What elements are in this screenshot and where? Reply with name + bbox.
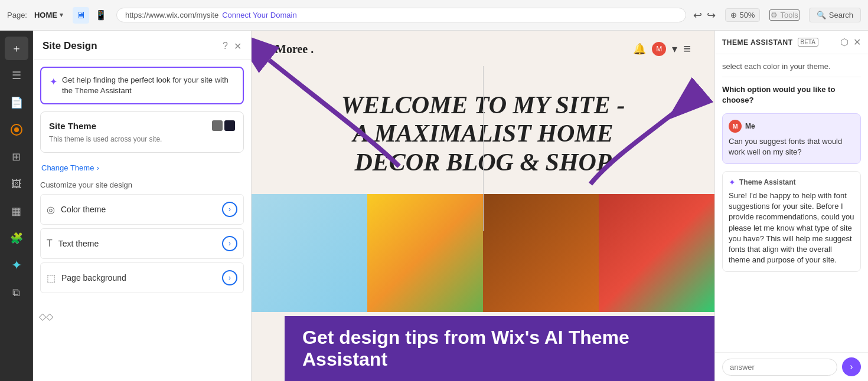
site-image-1 (252, 194, 367, 312)
url-bar: https://www.wix.com/mysite Connect Your … (116, 8, 686, 22)
search-label: Search (829, 11, 853, 19)
site-navbar: Moree . 🔔 M ▾ ≡ (252, 31, 714, 67)
ta-user-avatar: M (729, 120, 742, 133)
text-theme-item[interactable]: T Text theme › (40, 228, 244, 259)
undo-redo-group: ↩ ↪ (693, 9, 716, 22)
sidebar-item-pages[interactable]: ☰ (5, 64, 28, 87)
site-theme-header: Site Theme (49, 120, 235, 131)
canvas-area[interactable]: Moree . 🔔 M ▾ ≡ WELCOME TO MY SITE - A M… (252, 31, 714, 381)
ta-header-icons: ⬡ ✕ (840, 37, 861, 48)
text-theme-icon: T (47, 238, 53, 249)
ta-title: THEME ASSISTANT (722, 38, 793, 47)
canvas-divider (483, 66, 484, 231)
sidebar-item-image[interactable]: 🖼 (5, 172, 28, 196)
site-design-panel: Site Design ? ✕ ✦ Get help finding the p… (33, 31, 252, 381)
page-background-chevron[interactable]: › (222, 270, 237, 285)
ta-answer-input[interactable] (722, 359, 837, 376)
desktop-view-icon[interactable]: 🖥 (73, 7, 89, 24)
page-background-item[interactable]: ⬚ Page background › (40, 262, 244, 293)
sidebar-item-layers[interactable]: ⧉ (5, 281, 28, 304)
main-layout: ＋ ☰ 📄 ⊞ 🖼 ▦ 🧩 ✦ ⧉ Site Design ? ✕ ✦ (0, 31, 868, 381)
tools-label: Tools (780, 11, 798, 19)
site-image-4 (599, 194, 714, 312)
chevron-right-icon: › (96, 163, 99, 172)
ta-assistant-message: ✦ Theme Assistant Sure! I'd be happy to … (722, 171, 861, 272)
sidebar-item-puzzle[interactable]: 🧩 (5, 226, 28, 250)
user-avatar-icon: M (652, 42, 666, 56)
ta-user-message: M Me Can you suggest fonts that would wo… (722, 113, 861, 164)
panel-title: Site Design (43, 40, 97, 52)
help-icon[interactable]: ? (223, 41, 228, 52)
text-theme-chevron[interactable]: › (222, 236, 237, 251)
mobile-view-icon[interactable]: 📱 (93, 7, 109, 24)
ta-user-name: Me (745, 122, 755, 130)
color-theme-chevron[interactable]: › (222, 202, 237, 217)
ta-assistant-name: Theme Assistant (739, 178, 796, 186)
site-nav-icons: 🔔 M ▾ ≡ (633, 41, 691, 57)
change-theme-label: Change Theme (41, 163, 94, 172)
diamond-icon: ◇◇ (39, 311, 53, 322)
redo-button[interactable]: ↪ (707, 9, 716, 22)
ta-title-area: THEME ASSISTANT BETA (722, 38, 818, 47)
diamond-row: ◇◇ (33, 304, 251, 329)
ta-header: THEME ASSISTANT BETA ⬡ ✕ (715, 31, 868, 54)
zoom-level: 50% (739, 11, 755, 19)
panel-header: Site Design ? ✕ (33, 31, 251, 60)
color-theme-item[interactable]: ◎ Color theme › (40, 194, 244, 225)
site-theme-title: Site Theme (49, 121, 96, 131)
page-selector[interactable]: HOME ▾ (34, 11, 63, 19)
site-theme-desc: This theme is used across your site. (49, 135, 162, 143)
ta-footer: › (715, 352, 868, 381)
site-image-3 (483, 194, 599, 312)
tools-icon: ⚙ (771, 11, 778, 19)
browser-actions: ↩ ↪ ⊕ 50% ⚙ Tools 🔍 Search (693, 8, 861, 22)
hamburger-icon[interactable]: ≡ (683, 41, 691, 57)
connect-domain-link[interactable]: Connect Your Domain (222, 11, 296, 19)
banner-content: Get help finding the perfect look for yo… (62, 75, 234, 96)
theme-assistant-link[interactable]: Theme Assistant (74, 86, 131, 95)
ta-scroll[interactable]: select each color in your theme. Which o… (715, 54, 868, 352)
customize-section: Customize your site design ◎ Color theme… (33, 180, 251, 304)
sidebar-item-grid[interactable]: ⊞ (5, 145, 28, 169)
theme-assistant-panel: THEME ASSISTANT BETA ⬡ ✕ select each col… (714, 31, 868, 381)
sidebar-item-ai[interactable]: ✦ (5, 254, 28, 277)
ta-send-button[interactable]: › (842, 357, 861, 376)
ta-sparkle-icon: ✦ (729, 178, 736, 187)
chevron-down-icon: ▾ (60, 11, 63, 19)
sidebar-item-blog[interactable]: 📄 (5, 91, 28, 114)
customize-title: Customize your site design (40, 180, 244, 189)
sidebar-item-table[interactable]: ▦ (5, 199, 28, 223)
panel-header-icons: ? ✕ (223, 41, 242, 52)
color-swatch-2 (224, 120, 235, 131)
ta-popout-icon[interactable]: ⬡ (840, 37, 849, 48)
text-theme-label: Text theme (58, 239, 99, 248)
zoom-button[interactable]: ⊕ 50% (725, 8, 760, 22)
color-swatch-1 (212, 120, 223, 131)
theme-color-squares (212, 120, 235, 131)
browser-bar: Page: HOME ▾ 🖥 📱 https://www.wix.com/mys… (0, 0, 868, 31)
site-image-2 (367, 194, 483, 312)
page-label: Page: (7, 11, 27, 19)
sidebar-item-add[interactable]: ＋ (5, 37, 28, 60)
site-logo: Moree . (275, 42, 314, 56)
ta-close-icon[interactable]: ✕ (853, 37, 861, 48)
ta-assistant-message-text: Sure! I'd be happy to help with font sug… (729, 190, 854, 265)
left-sidebar: ＋ ☰ 📄 ⊞ 🖼 ▦ 🧩 ✦ ⧉ (0, 31, 33, 381)
change-theme-button[interactable]: Change Theme › (41, 163, 243, 172)
ta-user-label: M Me (729, 120, 854, 133)
search-icon: 🔍 (817, 11, 826, 19)
sparkle-icon: ✦ (50, 75, 57, 88)
page-background-left: ⬚ Page background (47, 272, 126, 284)
close-icon[interactable]: ✕ (234, 41, 242, 52)
color-theme-label: Color theme (61, 205, 106, 214)
theme-assistant-banner: ✦ Get help finding the perfect look for … (40, 67, 244, 104)
svg-point-1 (14, 127, 19, 132)
ta-user-message-text: Can you suggest fonts that would work we… (729, 136, 854, 157)
bottom-banner: Get design tips from Wix's AI Theme Assi… (285, 316, 714, 381)
sidebar-item-design[interactable] (5, 118, 28, 142)
tools-button[interactable]: ⚙ Tools (769, 9, 799, 21)
view-icons: 🖥 📱 (73, 7, 109, 24)
text-theme-left: T Text theme (47, 238, 99, 249)
search-button[interactable]: 🔍 Search (809, 8, 861, 22)
undo-button[interactable]: ↩ (693, 9, 702, 22)
